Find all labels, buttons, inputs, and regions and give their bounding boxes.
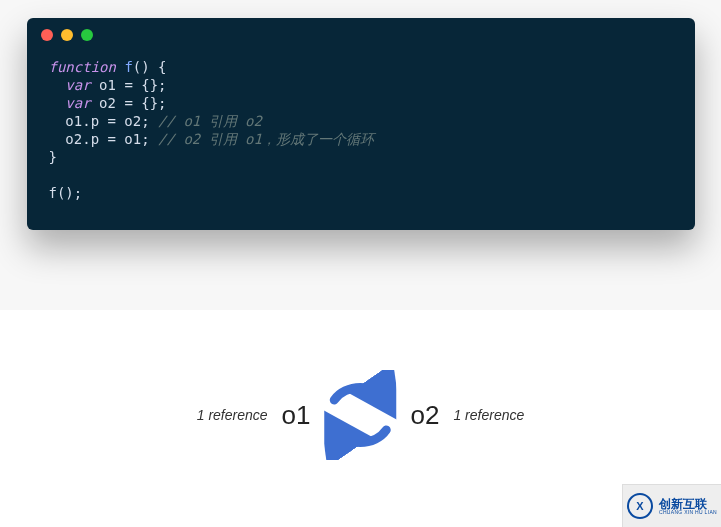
arrow-top-icon xyxy=(335,387,387,400)
node-o2: o2 xyxy=(411,400,440,431)
comment-1: // o1 引用 o2 xyxy=(158,113,262,129)
watermark-logo-letter: X xyxy=(636,500,643,512)
stmt-1: o1.p = o2; xyxy=(65,113,149,129)
close-icon xyxy=(41,29,53,41)
open-brace: () { xyxy=(133,59,167,75)
left-ref-label: 1 reference xyxy=(197,407,268,423)
close-brace: } xyxy=(49,149,57,165)
watermark-cn: 创新互联 xyxy=(659,498,717,510)
code-text: = {}; xyxy=(116,77,167,93)
zoom-icon xyxy=(81,29,93,41)
keyword-function: function xyxy=(49,59,116,75)
minimize-icon xyxy=(61,29,73,41)
code-block: function f() { var o1 = {}; var o2 = {};… xyxy=(27,52,695,230)
call-expr: f(); xyxy=(49,185,83,201)
cycle-row: 1 reference o1 o2 1 reference xyxy=(197,370,525,460)
watermark: X 创新互联 CHUANG XIN HU LIAN xyxy=(622,484,721,527)
watermark-logo-icon: X xyxy=(627,493,653,519)
keyword-var: var xyxy=(65,95,90,111)
upper-section: function f() { var o1 = {}; var o2 = {};… xyxy=(0,0,721,310)
code-text: = {}; xyxy=(116,95,167,111)
function-name: f xyxy=(124,59,132,75)
watermark-en: CHUANG XIN HU LIAN xyxy=(659,510,717,515)
identifier-o2: o2 xyxy=(99,95,116,111)
keyword-var: var xyxy=(65,77,90,93)
identifier-o1: o1 xyxy=(99,77,116,93)
watermark-text: 创新互联 CHUANG XIN HU LIAN xyxy=(659,498,717,515)
right-ref-label: 1 reference xyxy=(453,407,524,423)
code-terminal: function f() { var o1 = {}; var o2 = {};… xyxy=(27,18,695,230)
comment-2: // o2 引用 o1，形成了一个循环 xyxy=(158,131,374,147)
stmt-2: o2.p = o1; xyxy=(65,131,149,147)
window-titlebar xyxy=(27,18,695,52)
node-o1: o1 xyxy=(282,400,311,431)
arrow-bottom-icon xyxy=(335,430,387,443)
cycle-arrows-icon xyxy=(325,370,397,460)
reference-cycle-diagram: 1 reference o1 o2 1 reference xyxy=(0,310,721,527)
